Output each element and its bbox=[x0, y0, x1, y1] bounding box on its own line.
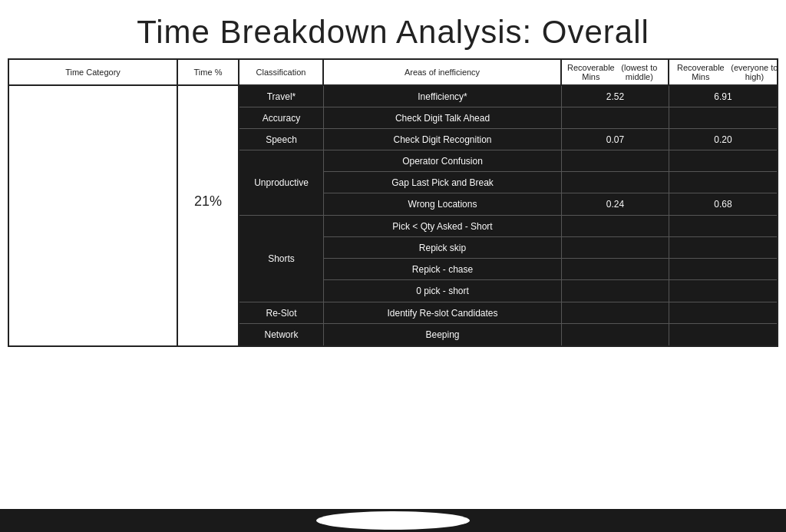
header-classification: Classification bbox=[239, 60, 324, 84]
rec-high-speech: 0.20 bbox=[669, 129, 777, 150]
shorts-group: Shorts Pick < Qty Asked - Short Repick s… bbox=[239, 216, 777, 302]
table-row: Pick < Qty Asked - Short bbox=[324, 216, 777, 237]
table-row: Gap Last Pick and Break bbox=[324, 172, 777, 193]
rec-high-gap bbox=[669, 172, 777, 193]
rec-high-wrong-loc: 0.68 bbox=[669, 193, 777, 215]
rec-low-travel: 2.52 bbox=[562, 86, 669, 107]
rec-high-travel: 6.91 bbox=[669, 86, 777, 107]
page-container: Time Breakdown Analysis: Overall Time Ca… bbox=[0, 0, 786, 532]
rec-low-network bbox=[562, 324, 669, 345]
table-row: Network Beeping bbox=[239, 324, 777, 345]
rec-high-op-confusion bbox=[669, 150, 777, 171]
table-row: Re-Slot Identify Re-slot Candidates bbox=[239, 302, 777, 324]
rec-low-op-confusion bbox=[562, 150, 669, 171]
rec-low-gap bbox=[562, 172, 669, 193]
classification-network: Network bbox=[239, 324, 324, 345]
rec-low-pick-short bbox=[562, 216, 669, 236]
table-row: Travel* Inefficiency* 2.52 6.91 bbox=[239, 86, 777, 107]
rec-low-accuracy bbox=[562, 107, 669, 128]
classification-reslot: Re-Slot bbox=[239, 302, 324, 323]
rec-high-pick-short bbox=[669, 216, 777, 236]
areas-pick-short: Pick < Qty Asked - Short bbox=[324, 216, 562, 236]
areas-accuracy: Check Digit Talk Ahead bbox=[324, 107, 562, 128]
table-row: Repick skip bbox=[324, 237, 777, 259]
areas-wrong-locations: Wrong Locations bbox=[324, 193, 562, 215]
table-body: 21% Travel* Inefficiency* 2.52 6.91 Accu… bbox=[9, 86, 777, 345]
areas-speech: Check Digit Recognition bbox=[324, 129, 562, 150]
time-category-cell bbox=[9, 86, 178, 345]
header-time-pct: Time % bbox=[178, 60, 239, 84]
bottom-oval bbox=[316, 511, 470, 530]
header-rec-high: Recoverable Mins (everyone to high) bbox=[669, 60, 786, 84]
rec-high-repick-chase bbox=[669, 259, 777, 279]
time-pct-cell: 21% bbox=[178, 86, 239, 345]
table-row: Repick - chase bbox=[324, 259, 777, 280]
rec-low-repick-skip bbox=[562, 237, 669, 258]
classification-speech: Speech bbox=[239, 129, 324, 150]
areas-reslot: Identify Re-slot Candidates bbox=[324, 302, 562, 323]
table-row: 0 pick - short bbox=[324, 280, 777, 302]
areas-gap-last-pick: Gap Last Pick and Break bbox=[324, 172, 562, 193]
rec-low-wrong-loc: 0.24 bbox=[562, 193, 669, 215]
header-areas: Areas of inefficiency bbox=[324, 60, 562, 84]
rec-high-repick-skip bbox=[669, 237, 777, 258]
time-pct-value: 21% bbox=[178, 86, 238, 345]
areas-travel: Inefficiency* bbox=[324, 86, 562, 107]
rec-low-repick-chase bbox=[562, 259, 669, 279]
page-title: Time Breakdown Analysis: Overall bbox=[0, 0, 786, 58]
unproductive-group: Unproductive Operator Confusion Gap Last… bbox=[239, 150, 777, 216]
rec-high-network bbox=[669, 324, 777, 345]
rec-high-zero-pick bbox=[669, 280, 777, 302]
areas-network: Beeping bbox=[324, 324, 562, 345]
areas-repick-chase: Repick - chase bbox=[324, 259, 562, 279]
header-time-category: Time Category bbox=[9, 60, 178, 84]
data-section: Travel* Inefficiency* 2.52 6.91 Accuracy… bbox=[239, 86, 777, 345]
areas-zero-pick-short: 0 pick - short bbox=[324, 280, 562, 302]
rec-low-speech: 0.07 bbox=[562, 129, 669, 150]
classification-shorts: Shorts bbox=[239, 216, 324, 302]
table-row: Speech Check Digit Recognition 0.07 0.20 bbox=[239, 129, 777, 150]
classification-travel: Travel* bbox=[239, 86, 324, 107]
rec-low-reslot bbox=[562, 302, 669, 323]
rec-high-reslot bbox=[669, 302, 777, 323]
table-row: Operator Confusion bbox=[324, 150, 777, 172]
classification-accuracy: Accuracy bbox=[239, 107, 324, 128]
areas-repick-skip: Repick skip bbox=[324, 237, 562, 258]
bottom-bar bbox=[0, 509, 786, 532]
rec-high-accuracy bbox=[669, 107, 777, 128]
main-table: Time Category Time % Classification Area… bbox=[8, 58, 778, 347]
table-row: Accuracy Check Digit Talk Ahead bbox=[239, 107, 777, 129]
unproductive-subrows: Operator Confusion Gap Last Pick and Bre… bbox=[324, 150, 777, 215]
table-header: Time Category Time % Classification Area… bbox=[9, 60, 777, 86]
areas-operator-confusion: Operator Confusion bbox=[324, 150, 562, 171]
rec-low-zero-pick bbox=[562, 280, 669, 302]
shorts-subrows: Pick < Qty Asked - Short Repick skip Rep… bbox=[324, 216, 777, 302]
table-row: Wrong Locations 0.24 0.68 bbox=[324, 193, 777, 215]
classification-unproductive: Unproductive bbox=[239, 150, 324, 215]
header-rec-low: Recoverable Mins (lowest to middle) bbox=[562, 60, 669, 84]
